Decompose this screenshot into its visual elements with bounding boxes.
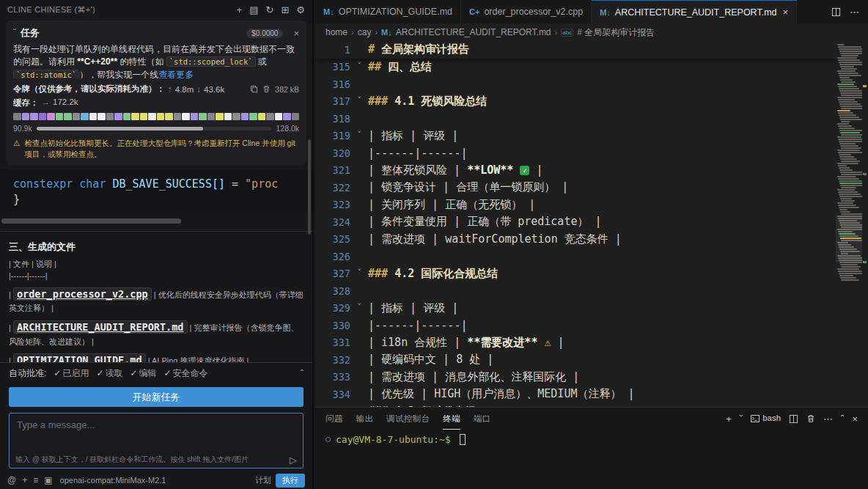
line-content: | 指标 | 评级 | (368, 301, 458, 315)
auto-approve-item[interactable]: ✓读取 (96, 367, 122, 380)
panel-tab[interactable]: 输出 (356, 408, 374, 430)
text-segment: char (79, 177, 106, 191)
start-new-task-button[interactable]: 开始新任务 (9, 387, 304, 407)
file-link[interactable]: order_processor_v2.cpp (13, 287, 152, 301)
check-icon: ✓ (96, 368, 103, 378)
breadcrumb-symbol[interactable]: # 全局架构审计报告 (577, 26, 655, 39)
line-number: 315 (315, 61, 350, 73)
files-table-sep: |------|------| (9, 270, 304, 282)
breadcrumb-cay[interactable]: cay (358, 27, 372, 37)
close-panel-icon[interactable]: × (852, 414, 858, 424)
minimap-line (841, 266, 861, 268)
minimap[interactable] (836, 41, 862, 407)
tab-order-processor[interactable]: C+ order_processor_v2.cpp (461, 0, 592, 23)
sticky-scroll-line[interactable]: 1 # 全局架构审计报告 (315, 41, 868, 59)
context-mention-icon[interactable]: @ (7, 475, 16, 485)
text-segment: | 需改进项 | waitForCompletion 竞态条件 | (368, 232, 622, 246)
minimap-line (840, 264, 858, 265)
app-window: CLINE CHINESE (⌘+') + ▤ ↻ ⊞ ⚙ ˇ 任务 $0.00… (0, 0, 868, 489)
minimap-line (837, 44, 845, 45)
markdown-file-icon: M↓ (381, 28, 392, 37)
panel-tab[interactable]: 调试控制台 (386, 408, 430, 430)
minimap-slider[interactable] (836, 216, 862, 262)
rules-icon[interactable]: ≡ (33, 475, 38, 485)
context-block (131, 113, 139, 120)
maximize-panel-icon[interactable]: ˆ (841, 414, 844, 424)
open-in-editor-icon[interactable]: ⊞ (281, 5, 289, 15)
task-card-header[interactable]: ˇ 任务 $0.0000 × (13, 26, 299, 40)
cache-label: 缓存： (13, 98, 39, 109)
new-task-icon[interactable]: + (237, 5, 243, 15)
terminal-prompt: cay@VM-8-7-ubuntu:~$ (336, 434, 451, 445)
auto-approve-item[interactable]: ✓编辑 (130, 367, 156, 380)
see-more-link[interactable]: 查看更多 (158, 70, 194, 78)
act-mode-button[interactable]: 执行 (276, 474, 305, 488)
breadcrumb-home[interactable]: home (326, 27, 347, 37)
overview-ruler[interactable] (862, 41, 868, 407)
editor-line: 323| 关闭序列 | 正确（无死锁） | (315, 196, 868, 214)
panel-tab[interactable]: 端口 (474, 408, 491, 430)
file-link[interactable]: ARCHITECTURE_AUDIT_REPORT.md (13, 320, 188, 334)
minimap-line (840, 79, 853, 81)
minimap-line (837, 84, 854, 85)
fold-icon[interactable]: ˇ (350, 62, 368, 72)
terminal-item[interactable]: bash (751, 414, 781, 423)
auto-approve-item[interactable]: ✓安全命令 (164, 367, 208, 380)
close-task-icon[interactable]: × (293, 28, 299, 39)
minimap-line (841, 81, 856, 83)
add-file-icon[interactable]: + (22, 475, 27, 485)
minimap-line (838, 99, 855, 100)
history-icon[interactable]: ↻ (266, 5, 274, 15)
editor-content[interactable]: 1 # 全局架构审计报告 315ˇ## 四、总结316317ˇ### 4.1 死… (315, 41, 868, 407)
chevron-up-icon[interactable]: ˆ (301, 368, 304, 379)
delete-task-icon[interactable] (262, 85, 271, 93)
breadcrumb-file[interactable]: ARCHITECTURE_AUDIT_REPORT.md (396, 27, 551, 37)
minimap-line (839, 273, 865, 274)
sidebar-scrollbar[interactable] (308, 139, 311, 235)
mcp-servers-icon[interactable]: ▤ (249, 5, 258, 15)
text-segment: | 优先级 | HIGH（用户消息）、MEDIUM（注释） | (368, 387, 635, 400)
file-link[interactable]: OPTIMIZATION_GUIDE.md (13, 353, 146, 362)
terminal-view[interactable]: cay@VM-8-7-ubuntu:~$ (315, 430, 868, 489)
split-terminal-icon[interactable] (789, 414, 798, 424)
settings-gear-icon[interactable]: ⚙ (296, 5, 305, 15)
split-editor-icon[interactable] (831, 7, 841, 17)
text-segment: = (225, 177, 245, 191)
minimap-line (839, 77, 850, 78)
tab-architecture-audit-report[interactable]: M↓ ARCHITECTURE_AUDIT_REPORT.md × (592, 0, 797, 23)
model-selector[interactable]: openai-compat:MiniMax-M2.1 (60, 476, 166, 485)
editor-line: 325| 需改进项 | waitForCompletion 竞态条件 | (315, 231, 868, 249)
plan-mode-button[interactable]: 计划 (255, 475, 271, 486)
kill-terminal-icon[interactable] (806, 414, 815, 423)
symbol-text-icon: abc (561, 29, 573, 37)
new-terminal-icon[interactable]: + (726, 414, 732, 424)
message-input[interactable] (15, 418, 297, 453)
panel-tab[interactable]: 问题 (326, 408, 343, 430)
send-icon[interactable]: ▷ (290, 455, 297, 466)
auto-approve-bar[interactable]: 自动批准: ✓已启用✓读取✓编辑✓安全命令 ˆ (0, 362, 312, 384)
fold-icon[interactable]: ˇ (350, 303, 368, 313)
ruler-mark (863, 261, 867, 263)
fold-icon[interactable]: ˇ (350, 130, 368, 141)
context-block (249, 113, 257, 120)
code-scrollbar-thumb[interactable] (1, 218, 181, 224)
more-actions-icon[interactable]: ⋯ (850, 7, 859, 18)
fold-icon[interactable]: ˇ (350, 268, 368, 279)
terminal-dropdown-icon[interactable]: ˇ (740, 414, 743, 424)
close-tab-icon[interactable]: × (783, 7, 789, 18)
minimap-line (839, 209, 847, 210)
minimap-line (838, 59, 860, 61)
editor-line: 334| 优先级 | HIGH（用户消息）、MEDIUM（注释） | (315, 386, 868, 403)
image-icon[interactable]: ▣ (44, 475, 52, 485)
fold-icon[interactable]: ˇ (350, 96, 368, 106)
auto-approve-item[interactable]: ✓已启用 (54, 367, 89, 380)
cache-value: 172.2k (53, 98, 78, 109)
tab-optimization-guide[interactable]: M↓ OPTIMIZATION_GUIDE.md (315, 0, 461, 23)
panel-tab[interactable]: 终端 (443, 408, 460, 430)
auto-approve-label: 自动批准: (9, 367, 46, 380)
copy-icon[interactable] (250, 85, 258, 93)
context-block (182, 113, 190, 120)
more-actions-icon[interactable]: ⋯ (823, 414, 833, 424)
editor-line: 328 (315, 282, 868, 300)
code-scrollbar[interactable] (1, 218, 311, 224)
